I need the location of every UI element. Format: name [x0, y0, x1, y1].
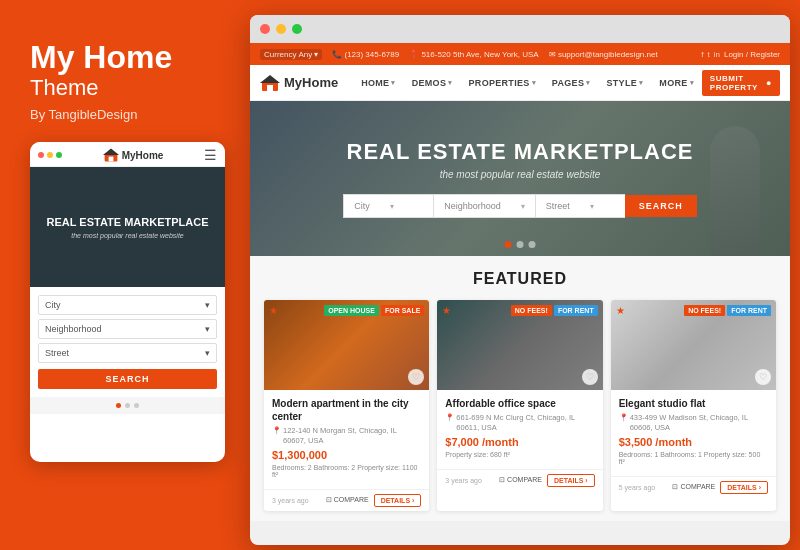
- compare-button-3[interactable]: ⊡ COMPARE: [672, 483, 715, 491]
- mobile-hero: REAL ESTATE MARKETPLACE the most popular…: [30, 167, 225, 287]
- mobile-search-button[interactable]: SEARCH: [38, 369, 217, 389]
- property-time-3: 5 years ago: [619, 484, 656, 491]
- property-image-2: ★ NO FEES! FOR RENT ♡: [437, 300, 602, 390]
- hero-neighborhood-select[interactable]: Neighborhood ▾: [433, 194, 535, 218]
- property-heart-3[interactable]: ♡: [755, 369, 771, 385]
- mobile-logo-icon: [103, 147, 119, 163]
- property-price-3: $3,500 /month: [619, 436, 768, 448]
- pages-caret: ▾: [586, 79, 590, 87]
- property-price-2: $7,000 /month: [445, 436, 594, 448]
- submit-property-button[interactable]: SUBMIT PROPERTY ●: [702, 70, 780, 96]
- theme-by: By TangibleDesign: [30, 107, 215, 122]
- hero-search-bar: City ▾ Neighborhood ▾ Street ▾ SEARCH: [343, 194, 697, 218]
- topbar-email: ✉ support@tangibledesign.net: [549, 50, 658, 59]
- mobile-dot-3: [134, 403, 139, 408]
- details-button-1[interactable]: DETAILS ›: [374, 494, 422, 507]
- property-image-1: ★ OPEN HOUSE FOR SALE ♡: [264, 300, 429, 390]
- nav-pages[interactable]: PAGES ▾: [544, 78, 599, 88]
- submit-icon: ●: [766, 78, 772, 88]
- property-star-2: ★: [442, 305, 451, 316]
- property-card-2: ★ NO FEES! FOR RENT ♡ Affordable office …: [437, 300, 602, 511]
- property-actions-3: ⊡ COMPARE DETAILS ›: [672, 481, 768, 494]
- mobile-search-area: City ▾ Neighborhood ▾ Street ▾ SEARCH: [30, 287, 225, 397]
- hero-dot-3: [529, 241, 536, 248]
- site-hero: REAL ESTATE MARKETPLACE the most popular…: [250, 101, 790, 256]
- phone-text: 📞 (123) 345-6789: [332, 50, 399, 59]
- browser-dot-yellow: [276, 24, 286, 34]
- home-caret: ▾: [391, 79, 395, 87]
- property-address-3: 📍433-499 W Madison St, Chicago, IL 60606…: [619, 413, 768, 433]
- mobile-city-select[interactable]: City ▾: [38, 295, 217, 315]
- badge-for-rent-2: FOR RENT: [554, 305, 598, 316]
- property-card-1: ★ OPEN HOUSE FOR SALE ♡ Modern apartment…: [264, 300, 429, 511]
- property-image-3: ★ NO FEES! FOR RENT ♡: [611, 300, 776, 390]
- browser-dot-red: [260, 24, 270, 34]
- site-navbar: MyHome HOME ▾ DEMOS ▾ PROPERTIES ▾ PAGES…: [250, 65, 790, 101]
- property-card-3: ★ NO FEES! FOR RENT ♡ Elegant studio fla…: [611, 300, 776, 511]
- compare-button-2[interactable]: ⊡ COMPARE: [499, 476, 542, 484]
- nav-style[interactable]: STYLE ▾: [599, 78, 652, 88]
- property-heart-2[interactable]: ♡: [582, 369, 598, 385]
- more-caret: ▾: [690, 79, 694, 87]
- demos-caret: ▾: [448, 79, 452, 87]
- browser-chrome: [250, 15, 790, 43]
- nav-home[interactable]: HOME ▾: [353, 78, 404, 88]
- email-text: ✉ support@tangibledesign.net: [549, 50, 658, 59]
- hero-street-select[interactable]: Street ▾: [535, 194, 625, 218]
- currency-selector[interactable]: Currency Any ▾: [260, 49, 322, 60]
- property-address-2: 📍661-699 N Mc Clurg Ct, Chicago, IL 6061…: [445, 413, 594, 433]
- nav-demos[interactable]: DEMOS ▾: [404, 78, 461, 88]
- style-caret: ▾: [639, 79, 643, 87]
- nav-properties[interactable]: PROPERTIES ▾: [461, 78, 544, 88]
- mobile-dot-1: [116, 403, 121, 408]
- property-heart-1[interactable]: ♡: [408, 369, 424, 385]
- hero-title: REAL ESTATE MARKETPLACE: [343, 139, 697, 165]
- featured-section: FEATURED ★ OPEN HOUSE FOR SALE ♡ Modern …: [250, 256, 790, 521]
- hero-dot-1: [505, 241, 512, 248]
- details-button-2[interactable]: DETAILS ›: [547, 474, 595, 487]
- mobile-top-bar: MyHome ☰: [30, 142, 225, 167]
- property-actions-2: ⊡ COMPARE DETAILS ›: [499, 474, 595, 487]
- property-name-3: Elegant studio flat: [619, 397, 768, 410]
- mobile-window-dots: [38, 152, 62, 158]
- mobile-street-select[interactable]: Street ▾: [38, 343, 217, 363]
- svg-marker-1: [103, 149, 119, 155]
- property-badges-3: NO FEES! FOR RENT: [684, 305, 771, 316]
- site-topbar: Currency Any ▾ 📞 (123) 345-6789 📍 516-52…: [250, 43, 790, 65]
- browser-dot-green: [292, 24, 302, 34]
- badge-no-fees-2: NO FEES!: [511, 305, 552, 316]
- badge-for-rent-3: FOR RENT: [727, 305, 771, 316]
- property-footer-1: 3 years ago ⊡ COMPARE DETAILS ›: [264, 489, 429, 511]
- mobile-hamburger-icon[interactable]: ☰: [204, 147, 217, 163]
- property-info-3: Elegant studio flat 📍433-499 W Madison S…: [611, 390, 776, 476]
- theme-subtitle: Theme: [30, 75, 215, 101]
- compare-button-1[interactable]: ⊡ COMPARE: [326, 496, 369, 504]
- property-badges-2: NO FEES! FOR RENT: [511, 305, 598, 316]
- property-time-2: 3 years ago: [445, 477, 482, 484]
- featured-title: FEATURED: [264, 270, 776, 288]
- badge-no-fees-3: NO FEES!: [684, 305, 725, 316]
- details-button-3[interactable]: DETAILS ›: [720, 481, 768, 494]
- nav-more[interactable]: MORE ▾: [651, 78, 702, 88]
- mobile-logo: MyHome: [103, 147, 164, 163]
- property-star-1: ★: [269, 305, 278, 316]
- site-logo: MyHome: [260, 73, 338, 93]
- svg-rect-2: [108, 157, 113, 162]
- hero-search-button[interactable]: SEARCH: [625, 195, 697, 217]
- site-logo-icon: [260, 73, 280, 93]
- mobile-neighborhood-select[interactable]: Neighborhood ▾: [38, 319, 217, 339]
- address-text: 📍 516-520 5th Ave, New York, USA: [409, 50, 538, 59]
- property-info-1: Modern apartment in the city center 📍122…: [264, 390, 429, 489]
- svg-marker-4: [260, 75, 280, 83]
- property-badges-1: OPEN HOUSE FOR SALE: [324, 305, 424, 316]
- street-caret: ▾: [590, 202, 594, 211]
- property-info-2: Affordable office space 📍661-699 N Mc Cl…: [437, 390, 602, 469]
- hero-city-select[interactable]: City ▾: [343, 194, 433, 218]
- login-link[interactable]: Login / Register: [724, 50, 780, 59]
- currency-label: Currency: [264, 50, 296, 59]
- nav-items: HOME ▾ DEMOS ▾ PROPERTIES ▾ PAGES ▾ STYL…: [353, 78, 702, 88]
- mobile-dot-yellow: [47, 152, 53, 158]
- theme-title: My Home: [30, 40, 215, 75]
- site-logo-text: MyHome: [284, 75, 338, 90]
- hero-slider-dots: [505, 241, 536, 248]
